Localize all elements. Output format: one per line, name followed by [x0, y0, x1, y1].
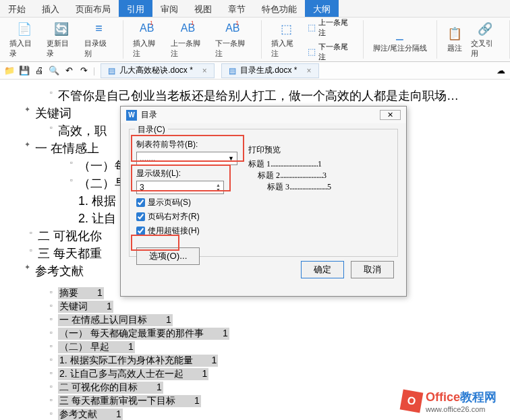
insert-toc-button[interactable]: 📄插入目录 [5, 20, 42, 60]
toc-entry[interactable]: 2. 让自己多与高效人士在一起 1 [58, 368, 208, 380]
bullet-icon: ▫ [45, 328, 58, 337]
toc-entry[interactable]: 二 可视化你的目标 1 [58, 382, 163, 394]
preview-line: 标题 2...........................3 [248, 170, 391, 181]
checkbox-label: 使用超链接(H) [148, 225, 200, 237]
tab-outline[interactable]: 大纲 [305, 0, 339, 17]
bullet-icon: ▫ [45, 88, 58, 97]
toc-entry[interactable]: （一） 每天都确定最重要的那件事 1 [58, 328, 229, 340]
print-preview: 打印预览 标题 1..............................1… [248, 144, 391, 193]
expand-icon[interactable]: ✦ [24, 105, 35, 114]
save-icon[interactable]: 💾 [19, 65, 30, 76]
toc-entry[interactable]: 关键词 1 [58, 301, 113, 313]
show-level-spinner[interactable]: 3▲▼ [136, 181, 224, 194]
toc-entry[interactable]: 参考文献 1 [58, 409, 123, 420]
dropdown-arrow-icon: ▼ [228, 155, 234, 162]
word-doc-icon: ▤ [229, 66, 236, 76]
insert-footnote-button[interactable]: AB1插入脚注 [129, 20, 166, 60]
preview-label: 打印预览 [248, 144, 391, 156]
caption-button[interactable]: 📋题注 [443, 24, 467, 55]
bullet-icon: ▫ [45, 355, 58, 364]
toc-dialog: W 目录 ✕ 目录(C) 制表符前导符(B): .......▼ 显示级别(L)… [120, 106, 407, 297]
toc-level-button[interactable]: ≡目录级别 [80, 20, 117, 60]
tab-view[interactable]: 视图 [186, 0, 220, 17]
close-tab-icon[interactable]: × [307, 66, 312, 76]
quick-access-bar: 📁 💾 🖨 🔍 ↶ ↷ | ▤ 几大高效秘诀.docx * × ▤ 目录生成.d… [0, 62, 510, 80]
print-icon[interactable]: 🖨 [34, 65, 45, 76]
expand-icon[interactable]: ✦ [24, 263, 35, 272]
app-icon: W [126, 110, 137, 121]
show-pages-checkbox[interactable] [136, 198, 145, 207]
ribbon: 📄插入目录 🔄更新目录 ≡目录级别 AB1插入脚注 AB1上一条脚注 AB1下一… [0, 18, 510, 62]
preview-line: 标题 1..............................1 [248, 158, 391, 170]
right-align-checkbox[interactable] [136, 212, 145, 221]
bullet-icon: ▫ [45, 287, 58, 297]
toc-entry[interactable]: 一 在情感上认同目标 1 [58, 314, 173, 326]
undo-icon[interactable]: ↶ [63, 65, 74, 76]
hyperlink-checkbox[interactable] [136, 227, 145, 235]
separator-button[interactable]: ⎯脚注/尾注分隔线 [369, 24, 431, 55]
options-button[interactable]: 选项(O)... [136, 247, 200, 265]
tab-special[interactable]: 特色功能 [254, 0, 305, 17]
fieldset-legend: 目录(C) [135, 124, 168, 136]
insert-endnote-button[interactable]: ⬚插入尾注 [267, 20, 305, 60]
new-icon[interactable]: 📁 [4, 65, 15, 76]
crossref-button[interactable]: 🔗交叉引用 [467, 20, 504, 60]
outline-text[interactable]: 不管你是自己创业当老板还是给别人打工，做一个高效的人都是走向职场… [58, 88, 497, 104]
close-tab-icon[interactable]: × [202, 66, 207, 76]
toc-entry[interactable]: （二） 早起 1 [58, 341, 135, 353]
bullet-icon: ▫ [45, 341, 58, 351]
logo-icon: O [400, 390, 424, 413]
bullet-icon: ▫ [45, 314, 58, 324]
dialog-title: 目录 [141, 109, 157, 121]
tab-insert[interactable]: 插入 [34, 0, 67, 17]
prev-footnote-button[interactable]: AB1上一条脚注 [167, 20, 211, 60]
bullet-icon: ▫ [45, 301, 58, 310]
dialog-close-button[interactable]: ✕ [380, 110, 401, 120]
tab-reference[interactable]: 引用 [119, 0, 152, 17]
doc-tab-2[interactable]: ▤ 目录生成.docx * × [221, 63, 319, 78]
bullet-icon: ▫ [45, 123, 58, 132]
redo-icon[interactable]: ↷ [78, 65, 89, 76]
cloud-icon[interactable]: ☁ [495, 65, 506, 76]
watermark-url: www.office26.com [426, 405, 497, 413]
tab-layout[interactable]: 页面布局 [67, 0, 119, 17]
bullet-icon: ▫ [24, 245, 38, 255]
bullet-icon: ▫ [45, 382, 58, 391]
bullet-icon: ▫ [45, 395, 58, 404]
update-toc-button[interactable]: 🔄更新目录 [42, 20, 80, 60]
bullet-icon: ▫ [65, 158, 78, 167]
preview-icon[interactable]: 🔍 [49, 65, 59, 76]
bullet-icon: ▫ [45, 409, 58, 418]
toc-entry[interactable]: 三 每天都重新审视一下目标 1 [58, 395, 201, 407]
tab-leader-combo[interactable]: .......▼ [136, 152, 237, 165]
tab-chapter[interactable]: 章节 [220, 0, 254, 17]
doc-tab-1[interactable]: ▤ 几大高效秘诀.docx * × [101, 63, 215, 78]
checkbox-label: 显示页码(S) [148, 197, 191, 208]
toc-entry[interactable]: 摘要 1 [58, 287, 104, 299]
ribbon-tabs: 开始 插入 页面布局 引用 审阅 视图 章节 特色功能 大纲 [0, 0, 510, 18]
word-doc-icon: ▤ [108, 66, 115, 76]
bullet-icon: ▫ [24, 228, 38, 237]
dialog-titlebar: W 目录 ✕ [121, 107, 406, 123]
next-footnote-button[interactable]: AB1下一条脚注 [211, 20, 256, 60]
tab-review[interactable]: 审阅 [152, 0, 186, 17]
preview-line: 标题 3........................5 [248, 181, 391, 193]
tab-start[interactable]: 开始 [0, 0, 34, 17]
next-endnote-button[interactable]: ⬚下一条尾注 [305, 40, 358, 63]
toc-entry[interactable]: 1. 根据实际工作为身体补充能量 1 [58, 355, 218, 367]
expand-icon[interactable]: ✦ [24, 140, 35, 149]
watermark: O Office教程网 www.office26.com [401, 389, 497, 413]
prev-endnote-button[interactable]: ⬚上一条尾注 [305, 16, 358, 39]
checkbox-label: 页码右对齐(R) [148, 211, 200, 222]
bullet-icon: ▫ [45, 368, 58, 378]
spinner-arrows-icon[interactable]: ▲▼ [216, 183, 221, 192]
bullet-icon: ▫ [65, 175, 78, 185]
